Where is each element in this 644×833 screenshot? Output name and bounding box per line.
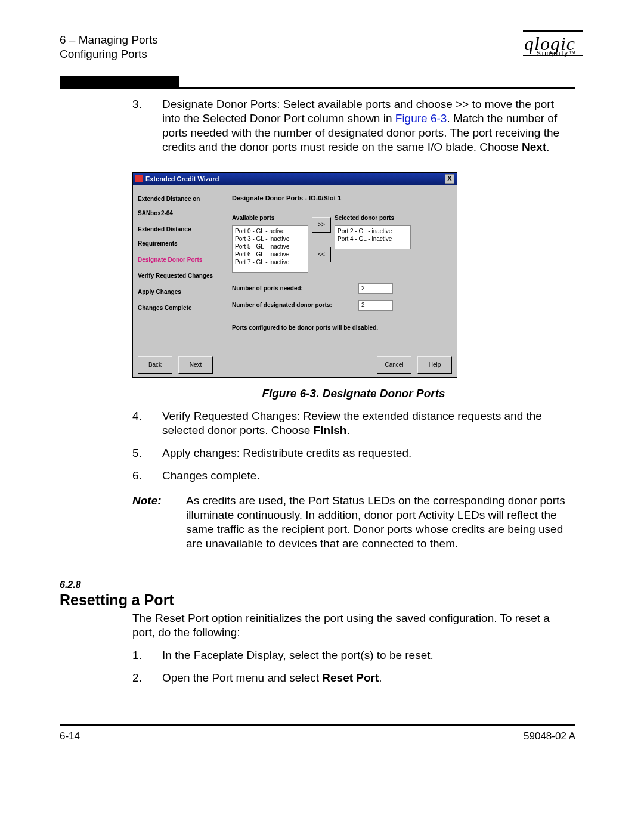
list-item: 5. Apply changes: Redistribute credits a…	[132, 446, 575, 460]
sidebar-item: Extended Distance Requirements	[138, 222, 224, 251]
figure-caption: Figure 6-3. Designate Donor Ports	[132, 386, 575, 401]
header-rule	[60, 87, 575, 89]
header-left: 6 – Managing Ports Configuring Ports	[60, 33, 158, 61]
list-item: 6. Changes complete.	[132, 469, 575, 483]
list-item[interactable]: Port 4 - GL - inactive	[338, 235, 408, 243]
selected-ports-list[interactable]: Port 2 - GL - inactive Port 4 - GL - ina…	[335, 225, 411, 249]
note-block: Note: As credits are used, the Port Stat…	[132, 494, 575, 551]
list-item[interactable]: Port 6 - GL - inactive	[235, 250, 305, 258]
sidebar-item: Extended Distance on SANbox2-64	[138, 192, 224, 221]
sidebar-item: Verify Requested Changes	[138, 269, 224, 283]
move-left-button[interactable]: <<	[312, 247, 331, 262]
logo: qlogic Simplify™	[524, 33, 575, 55]
list-item: 2. Open the Port menu and select Reset P…	[132, 671, 575, 685]
body-column: 3. Designate Donor Ports: Select availab…	[132, 97, 575, 551]
list-item: 1. In the Faceplate Display, select the …	[132, 648, 575, 662]
sidebar-item-active: Designate Donor Ports	[138, 253, 224, 267]
list-text: Changes complete.	[162, 469, 575, 483]
note-text: As credits are used, the Port Status LED…	[186, 494, 575, 551]
move-right-button[interactable]: >>	[312, 217, 331, 233]
list-text: Apply changes: Redistribute credits as r…	[162, 446, 575, 460]
page-footer: 6-14 59048-02 A	[60, 724, 575, 742]
sidebar-item: Apply Changes	[138, 285, 224, 299]
list-text: In the Faceplate Display, select the por…	[162, 648, 575, 662]
list-number: 6.	[132, 469, 162, 483]
page-header: 6 – Managing Ports Configuring Ports qlo…	[60, 33, 575, 66]
wizard-sidebar: Extended Distance on SANbox2-64 Extended…	[133, 185, 227, 352]
list-item[interactable]: Port 5 - GL - inactive	[235, 243, 305, 250]
list-item[interactable]: Port 3 - GL - inactive	[235, 235, 305, 243]
list-item: 4. Verify Requested Changes: Review the …	[132, 409, 575, 438]
close-icon[interactable]: X	[445, 174, 454, 184]
logo-subtext: Simplify™	[536, 49, 577, 57]
ports-needed-label: Number of ports needed:	[232, 281, 358, 296]
available-ports-label: Available ports	[232, 211, 308, 225]
sidebar-item: Changes Complete	[138, 301, 224, 315]
list-text: Open the Port menu and select Reset Port…	[162, 671, 575, 685]
section-line: Configuring Ports	[60, 48, 147, 60]
list-text: Verify Requested Changes: Review the ext…	[162, 409, 575, 438]
figure-link[interactable]: Figure 6-3	[395, 112, 447, 125]
selected-ports-label: Selected donor ports	[335, 211, 411, 225]
list-number: 2.	[132, 671, 162, 685]
ports-needed-value: 2	[358, 283, 393, 294]
designated-ports-value: 2	[358, 300, 393, 311]
available-ports-list[interactable]: Port 0 - GL - active Port 3 - GL - inact…	[232, 225, 308, 273]
section-title: Resetting a Port	[60, 592, 575, 609]
wizard-title-icon	[135, 175, 143, 182]
list-number: 3.	[132, 97, 162, 154]
next-button[interactable]: Next	[178, 356, 213, 374]
extended-credit-wizard: Extended Credit Wizard X Extended Distan…	[132, 172, 457, 378]
list-item: 3. Designate Donor Ports: Select availab…	[132, 97, 575, 154]
cancel-button[interactable]: Cancel	[377, 356, 411, 374]
chapter-line: 6 – Managing Ports	[60, 33, 158, 46]
note-label: Note:	[132, 494, 186, 551]
wizard-title: Extended Credit Wizard	[145, 172, 219, 186]
page-number: 6-14	[60, 730, 80, 742]
list-number: 5.	[132, 446, 162, 460]
list-number: 4.	[132, 409, 162, 438]
list-item[interactable]: Port 0 - GL - active	[235, 227, 305, 235]
wizard-button-bar: Back Next Cancel Help	[133, 352, 457, 377]
list-text: Designate Donor Ports: Select available …	[162, 97, 575, 154]
header-black-bar	[60, 76, 179, 87]
paragraph: The Reset Port option reinitializes the …	[132, 611, 575, 640]
wizard-warning: Ports configured to be donor ports will …	[232, 321, 451, 335]
wizard-step-title: Designate Donor Ports - IO-0/Slot 1	[232, 191, 451, 205]
help-button[interactable]: Help	[417, 356, 452, 374]
list-item[interactable]: Port 7 - GL - inactive	[235, 258, 305, 266]
doc-number: 59048-02 A	[524, 730, 575, 742]
list-number: 1.	[132, 648, 162, 662]
list-item[interactable]: Port 2 - GL - inactive	[338, 227, 408, 235]
wizard-main: Designate Donor Ports - IO-0/Slot 1 Avai…	[227, 185, 457, 352]
wizard-titlebar: Extended Credit Wizard X	[133, 173, 457, 185]
designated-ports-label: Number of designated donor ports:	[232, 298, 358, 312]
back-button[interactable]: Back	[138, 356, 172, 374]
section-number: 6.2.8	[60, 580, 575, 590]
